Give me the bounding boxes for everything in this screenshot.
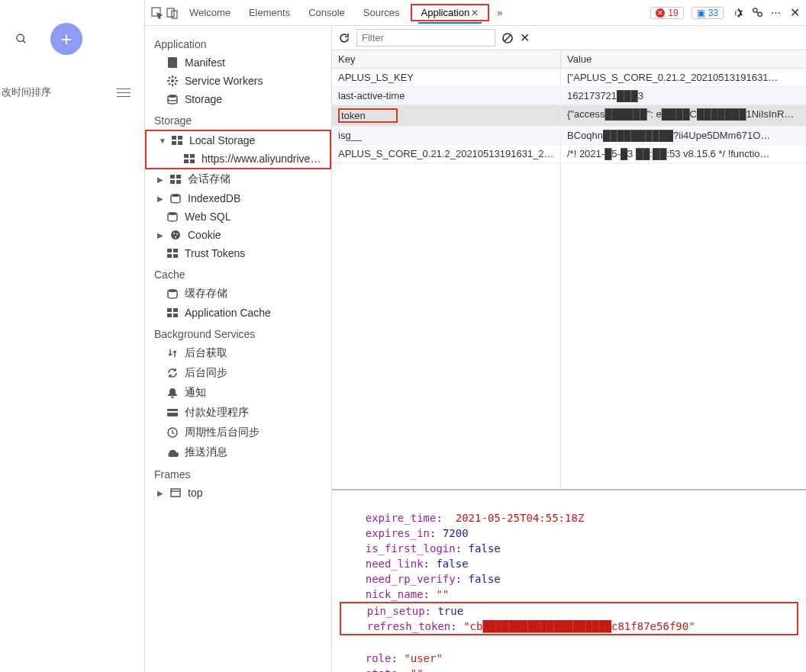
- sidebar-item-cache-storage[interactable]: 缓存存储: [145, 284, 331, 304]
- svg-rect-17: [190, 159, 195, 163]
- sidebar-item-trust-tokens[interactable]: Trust Tokens: [145, 244, 331, 262]
- svg-rect-16: [184, 159, 189, 163]
- gear-icon[interactable]: [731, 7, 743, 19]
- sidebar-item-top-frame[interactable]: ▶top: [145, 484, 331, 502]
- database-icon: [166, 288, 179, 300]
- close-icon[interactable]: ✕: [471, 8, 479, 18]
- section-bg-services: Background Services: [145, 322, 331, 343]
- svg-point-9: [168, 95, 177, 98]
- svg-point-8: [171, 79, 174, 82]
- add-button[interactable]: +: [50, 23, 82, 55]
- search-icon[interactable]: [15, 33, 27, 45]
- svg-rect-18: [170, 175, 175, 178]
- grid-icon: [183, 153, 195, 165]
- devtools-panel: Welcome Elements Console Sources Applica…: [145, 0, 806, 672]
- tab-application-highlight: Application✕: [411, 4, 490, 21]
- col-key[interactable]: Key: [332, 50, 561, 68]
- table-row[interactable]: token{"access██████": e████C███████1NiIs…: [332, 105, 806, 127]
- cloud-icon: [166, 446, 179, 458]
- window-icon: [169, 487, 182, 499]
- svg-point-26: [176, 233, 178, 235]
- more-tabs-icon[interactable]: »: [492, 7, 507, 18]
- cookie-icon: [169, 229, 182, 241]
- svg-rect-20: [170, 180, 175, 184]
- section-application: Application: [145, 32, 331, 53]
- svg-rect-38: [167, 411, 178, 413]
- sidebar-item-local-storage[interactable]: ▼Local Storage: [147, 131, 330, 150]
- filter-toolbar: ✕: [332, 26, 806, 50]
- tab-sources[interactable]: Sources: [356, 2, 408, 23]
- svg-point-23: [168, 212, 177, 215]
- sort-label[interactable]: 改时间排序: [2, 85, 51, 99]
- svg-point-6: [758, 12, 762, 16]
- svg-rect-10: [172, 136, 176, 140]
- sidebar-item-storage-top[interactable]: Storage: [145, 90, 331, 108]
- card-icon: [166, 407, 179, 419]
- table-row[interactable]: APLUS_S_CORE_0.21.2_20210513191631_2…/*!…: [332, 145, 806, 163]
- svg-point-0: [17, 34, 24, 41]
- info-count-badge[interactable]: ▣33: [692, 7, 724, 19]
- sidebar-item-session-storage[interactable]: ▶会话存储: [145, 169, 331, 189]
- refresh-icon[interactable]: [338, 32, 350, 44]
- table-row[interactable]: isg__BCoqhn██████████?ii4Upe5DMm671O…: [332, 127, 806, 145]
- close-devtools-icon[interactable]: ✕: [790, 5, 800, 20]
- database-icon: [166, 211, 179, 223]
- svg-rect-29: [173, 249, 178, 252]
- sidebar-item-app-cache[interactable]: Application Cache: [145, 304, 331, 322]
- svg-rect-19: [176, 175, 181, 178]
- error-count-badge[interactable]: ✕19: [650, 7, 683, 19]
- inspect-icon[interactable]: [151, 7, 163, 19]
- account-icon[interactable]: [751, 7, 763, 19]
- tab-elements[interactable]: Elements: [241, 2, 298, 23]
- sidebar-item-periodic-sync[interactable]: 周期性后台同步: [145, 423, 331, 442]
- svg-rect-11: [178, 136, 182, 140]
- tab-console[interactable]: Console: [301, 2, 353, 23]
- svg-point-25: [173, 233, 175, 234]
- refresh-token-highlight: pin_setup: true refresh_token: "cb██████…: [340, 602, 798, 635]
- clear-icon[interactable]: ✕: [520, 31, 530, 45]
- local-storage-highlight: ▼Local Storage https://www.aliyundrive.c…: [145, 130, 331, 169]
- storage-table-empty: [332, 163, 806, 489]
- external-app-sidebar: + 改时间排序: [0, 0, 145, 672]
- grid-icon: [169, 173, 182, 185]
- sidebar-item-indexeddb[interactable]: ▶IndexedDB: [145, 189, 331, 207]
- sidebar-item-websql[interactable]: Web SQL: [145, 207, 331, 226]
- devtools-tabbar: Welcome Elements Console Sources Applica…: [145, 0, 806, 26]
- svg-rect-35: [167, 313, 172, 317]
- svg-rect-13: [178, 141, 182, 145]
- svg-point-32: [168, 289, 177, 292]
- sidebar-item-notifications[interactable]: 通知: [145, 383, 331, 403]
- sidebar-item-bg-sync[interactable]: 后台同步: [145, 363, 331, 383]
- table-row[interactable]: APLUS_LS_KEY["APLUS_S_CORE_0.21.2_202105…: [332, 69, 806, 87]
- svg-rect-31: [173, 254, 178, 258]
- token-key-highlight: token: [338, 108, 398, 123]
- transfer-icon: [166, 347, 179, 359]
- value-preview-pane[interactable]: expire_time: 2021-05-25T04:55:18Z expire…: [332, 489, 806, 672]
- section-cache: Cache: [145, 262, 331, 284]
- svg-rect-12: [172, 141, 176, 145]
- sidebar-item-cookie[interactable]: ▶Cookie: [145, 226, 331, 244]
- sidebar-item-service-workers[interactable]: Service Workers: [145, 72, 331, 90]
- svg-point-22: [171, 194, 180, 197]
- storage-content: ✕ Key Value APLUS_LS_KEY["APLUS_S_CORE_0…: [332, 26, 806, 672]
- sidebar-item-manifest[interactable]: Manifest: [145, 53, 331, 72]
- sidebar-item-local-storage-origin[interactable]: https://www.aliyundrive.com: [147, 150, 330, 168]
- block-icon[interactable]: [501, 32, 514, 44]
- col-value[interactable]: Value: [561, 50, 806, 68]
- tab-welcome[interactable]: Welcome: [182, 2, 238, 23]
- svg-rect-40: [171, 489, 180, 497]
- table-row[interactable]: last-active-time162173721███3: [332, 87, 806, 105]
- tab-application[interactable]: Application✕: [414, 2, 487, 23]
- sidebar-item-payment[interactable]: 付款处理程序: [145, 403, 331, 423]
- sidebar-item-bg-fetch[interactable]: 后台获取: [145, 343, 331, 363]
- sidebar-item-push[interactable]: 推送消息: [145, 442, 331, 462]
- gear-icon: [166, 75, 179, 87]
- filter-input[interactable]: [356, 29, 495, 47]
- svg-rect-14: [184, 154, 189, 158]
- kebab-icon[interactable]: ⋯: [771, 7, 782, 18]
- clock-icon: [166, 426, 179, 439]
- svg-line-1: [23, 40, 25, 43]
- menu-icon[interactable]: [117, 88, 131, 97]
- grid-icon: [166, 307, 179, 319]
- device-toggle-icon[interactable]: [166, 7, 179, 19]
